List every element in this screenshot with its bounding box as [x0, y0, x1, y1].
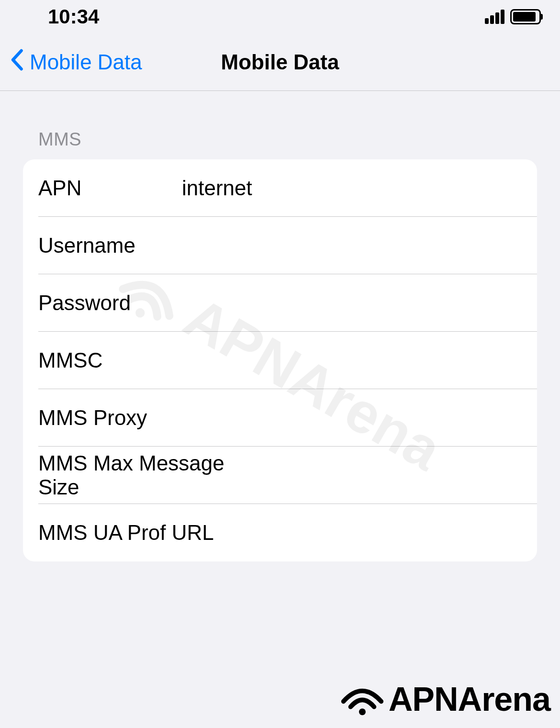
settings-group-mms: APN Username Password MMSC MMS Proxy MMS…	[23, 159, 537, 561]
settings-row-apn[interactable]: APN	[23, 159, 537, 217]
row-label: MMS UA Prof URL	[38, 521, 259, 545]
row-label: Username	[38, 234, 182, 258]
mms-proxy-input[interactable]	[182, 406, 522, 430]
chevron-left-icon	[10, 48, 24, 76]
content-area: MMS APN Username Password MMSC MMS Proxy	[0, 91, 560, 561]
row-label: MMS Proxy	[38, 406, 182, 430]
cellular-signal-icon	[485, 10, 504, 24]
mms-max-size-input[interactable]	[259, 463, 522, 487]
settings-row-username[interactable]: Username	[23, 217, 537, 274]
row-label: Password	[38, 291, 182, 315]
username-input[interactable]	[182, 234, 522, 258]
svg-point-1	[359, 708, 366, 715]
status-time: 10:34	[48, 5, 99, 28]
password-input[interactable]	[182, 291, 522, 315]
settings-row-password[interactable]: Password	[23, 274, 537, 332]
battery-icon	[510, 9, 541, 24]
mmsc-input[interactable]	[182, 348, 522, 372]
status-indicators	[485, 9, 541, 24]
navigation-bar: Mobile Data Mobile Data	[0, 34, 560, 91]
back-label: Mobile Data	[30, 50, 142, 74]
mms-ua-prof-input[interactable]	[259, 521, 522, 545]
wifi-icon	[341, 683, 384, 716]
settings-row-mmsc[interactable]: MMSC	[23, 332, 537, 389]
page-title: Mobile Data	[221, 50, 339, 74]
settings-row-mms-proxy[interactable]: MMS Proxy	[23, 389, 537, 447]
back-button[interactable]: Mobile Data	[0, 48, 142, 76]
footer-logo-text: APNArena	[389, 680, 550, 718]
footer-logo: APNArena	[341, 680, 550, 718]
settings-row-mms-max-size[interactable]: MMS Max Message Size	[23, 447, 537, 504]
settings-row-mms-ua-prof[interactable]: MMS UA Prof URL	[23, 504, 537, 561]
row-label: MMS Max Message Size	[38, 451, 259, 499]
section-header-mms: MMS	[23, 129, 537, 150]
row-label: MMSC	[38, 348, 182, 372]
status-bar: 10:34	[0, 0, 560, 34]
row-label: APN	[38, 176, 182, 200]
apn-input[interactable]	[182, 176, 522, 200]
